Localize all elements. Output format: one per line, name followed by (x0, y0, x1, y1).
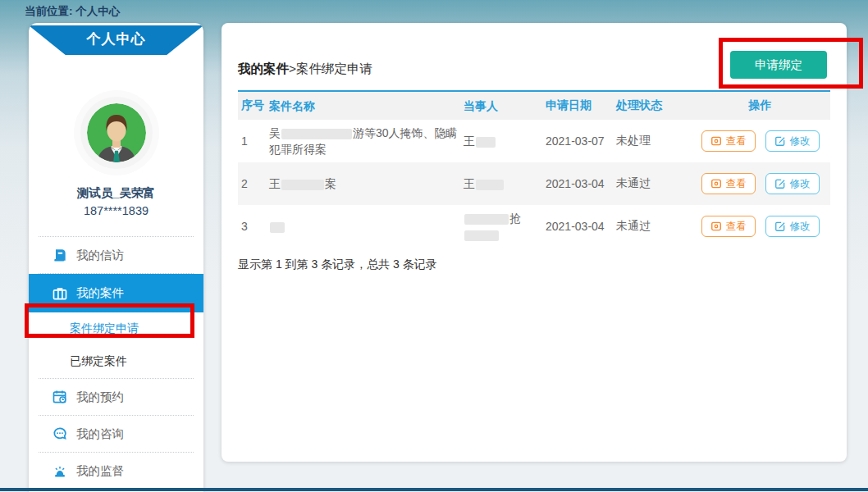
edit-icon (774, 221, 786, 232)
view-icon (710, 221, 722, 232)
alarm-icon (52, 462, 68, 479)
table-row: 3 抢 2021-03-04 未通过 查看 修改 (238, 205, 830, 248)
sidebar-title-banner: 个人中心 (29, 25, 203, 55)
user-name: 测试员_吴荣富 (29, 185, 203, 201)
bottom-bar (0, 488, 868, 491)
apply-binding-button[interactable]: 申请绑定 (730, 51, 827, 79)
header-status: 处理状态 (616, 98, 690, 113)
redacted-text (476, 180, 504, 190)
sidebar-subitem-label: 案件绑定申请 (70, 321, 139, 336)
sidebar-item-label: 我的监督 (76, 463, 124, 479)
status-cell: 未通过 (616, 176, 690, 191)
person-avatar-icon (87, 103, 146, 162)
sidebar-menu: 我的信访 我的案件 案件绑定申请 已绑定案件 我的预约 我的咨询 (29, 236, 203, 490)
case-name-cell: 王案 (269, 175, 464, 192)
avatar (87, 103, 146, 162)
party-cell: 王 (464, 175, 546, 192)
sidebar-item-label: 我的案件 (76, 285, 124, 301)
sidebar-subitem-bound-cases[interactable]: 已绑定案件 (29, 345, 203, 378)
view-icon (710, 178, 722, 189)
redacted-text (281, 129, 352, 139)
sidebar-item-label: 我的信访 (76, 248, 124, 263)
cases-table: 序号 案件名称 当事人 申请日期 处理状态 操作 1 吴游等30人掩饰、隐瞒犯罪… (238, 90, 830, 248)
breadcrumb-parent: 我的案件 (238, 61, 289, 75)
breadcrumb-separator: > (289, 61, 296, 75)
case-name-cell (269, 218, 464, 235)
sidebar-subitem-label: 已绑定案件 (70, 354, 127, 369)
sidebar-item-my-consultations[interactable]: 我的咨询 (29, 416, 203, 452)
status-cell: 未处理 (616, 134, 690, 148)
current-location-label: 当前位置: 个人中心 (25, 4, 120, 19)
calendar-clock-icon (52, 389, 68, 405)
header-actions: 操作 (690, 98, 830, 113)
sidebar-item-my-supervision[interactable]: 我的监督 (29, 453, 203, 489)
header-date: 申请日期 (546, 98, 616, 113)
table-row: 2 王案 王 2021-03-04 未通过 查看 修改 (238, 162, 830, 205)
row-number: 2 (238, 177, 269, 190)
sidebar: 个人中心 测试员_吴荣富 187****1839 (29, 23, 203, 492)
edit-button[interactable]: 修改 (765, 173, 820, 194)
view-button[interactable]: 查看 (701, 216, 756, 237)
chat-bubble-icon (52, 426, 68, 442)
view-button[interactable]: 查看 (701, 173, 756, 194)
view-icon (710, 135, 722, 147)
party-cell: 王 (464, 133, 546, 149)
user-phone: 187****1839 (29, 204, 203, 217)
sidebar-item-my-appointments[interactable]: 我的预约 (29, 379, 203, 415)
redacted-text (281, 180, 324, 190)
records-summary: 显示第 1 到第 3 条记录，总共 3 条记录 (238, 257, 830, 272)
table-row: 1 吴游等30人掩饰、隐瞒犯罪所得案 王 2021-03-07 未处理 查看 修… (238, 120, 830, 162)
table-header-row: 序号 案件名称 当事人 申请日期 处理状态 操作 (238, 92, 830, 120)
sidebar-item-my-cases[interactable]: 我的案件 (29, 274, 203, 312)
row-number: 3 (238, 220, 269, 233)
sidebar-subitem-case-binding-application[interactable]: 案件绑定申请 (29, 312, 203, 345)
view-button[interactable]: 查看 (701, 130, 756, 152)
apply-date-cell: 2021-03-07 (546, 134, 616, 148)
redacted-text (476, 137, 496, 148)
edit-button[interactable]: 修改 (765, 130, 820, 152)
apply-date-cell: 2021-03-04 (546, 220, 616, 233)
header-party: 当事人 (464, 98, 546, 114)
sidebar-item-label: 我的咨询 (76, 426, 124, 442)
redacted-text (464, 214, 509, 225)
content-panel: 我的案件>案件绑定申请 申请绑定 序号 案件名称 当事人 申请日期 处理状态 操… (222, 23, 847, 462)
breadcrumb: 我的案件>案件绑定申请 (238, 61, 372, 78)
header-case-name: 案件名称 (269, 98, 464, 114)
breadcrumb-current: 案件绑定申请 (296, 61, 372, 75)
redacted-text (270, 222, 285, 233)
row-number: 1 (238, 134, 269, 148)
sidebar-item-my-petitions[interactable]: 我的信访 (29, 237, 203, 273)
header-no: 序号 (238, 98, 269, 113)
sidebar-item-label: 我的预约 (76, 390, 124, 405)
party-cell: 抢 (464, 210, 546, 244)
edit-button[interactable]: 修改 (765, 216, 820, 237)
edit-icon (774, 178, 786, 189)
case-name-cell: 吴游等30人掩饰、隐瞒犯罪所得案 (269, 125, 464, 158)
apply-date-cell: 2021-03-04 (546, 177, 616, 190)
mailbox-icon (52, 247, 68, 263)
redacted-text (464, 230, 499, 241)
case-grid-icon (52, 285, 68, 302)
edit-icon (774, 135, 786, 147)
status-cell: 未通过 (616, 219, 690, 234)
table-body: 1 吴游等30人掩饰、隐瞒犯罪所得案 王 2021-03-07 未处理 查看 修… (238, 120, 830, 248)
